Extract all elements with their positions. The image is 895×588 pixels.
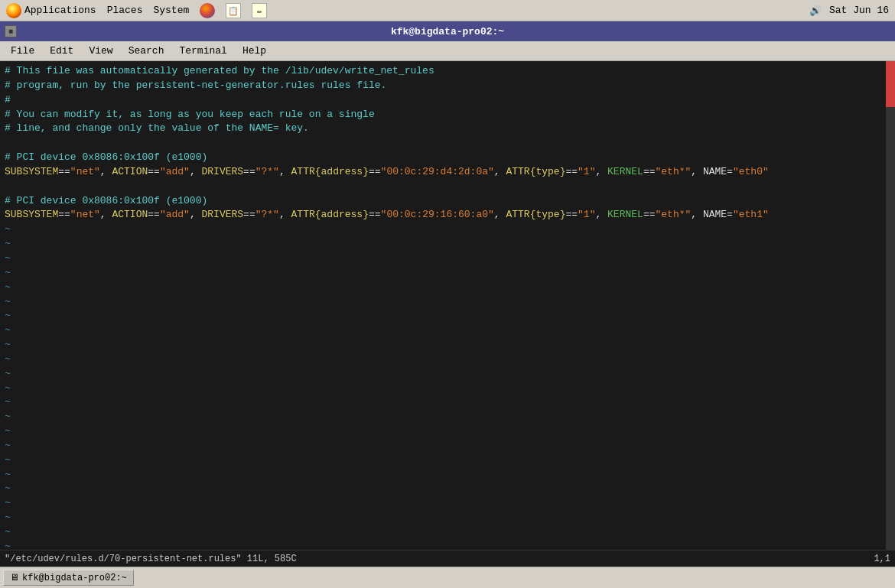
taskbar: 🖥 kfk@bigdata-pro02:~ <box>0 567 895 588</box>
code-comment: # program, run by the persistent-net-gen… <box>5 79 386 93</box>
editor-line: # This file was automatically generated … <box>5 64 890 79</box>
editor-line: SUBSYSTEM=="net", ACTION=="add", DRIVERS… <box>5 208 890 223</box>
editor-line: # <box>5 93 890 108</box>
menu-bar: File Edit View Search Terminal Help <box>0 41 895 61</box>
volume-icon[interactable]: 🔊 <box>808 3 823 18</box>
tilde-line: ~ <box>5 468 890 482</box>
editor-line: # You can modify it, as long as you keep… <box>5 108 890 122</box>
tilde-line: ~ <box>5 453 890 468</box>
code-comment: # line, and change only the value of the… <box>5 122 309 136</box>
note-icon: 📋 <box>226 3 241 18</box>
code-comment: # PCI device 0x8086:0x100f (e1000) <box>5 194 207 209</box>
system-menu[interactable]: System <box>153 5 189 16</box>
places-menu[interactable]: Places <box>107 5 143 16</box>
editor-launcher[interactable]: ✏️ <box>252 3 267 18</box>
places-label: Places <box>107 5 143 16</box>
menu-edit[interactable]: Edit <box>42 44 81 58</box>
code-keyword: SUBSYSTEM <box>5 165 58 180</box>
tilde-line: ~ <box>5 266 890 281</box>
title-bar: ■ kfk@bigdata-pro02:~ <box>0 21 895 41</box>
tilde-line: ~ <box>5 237 890 252</box>
menu-search[interactable]: Search <box>121 44 172 58</box>
editor-line: # program, run by the persistent-net-gen… <box>5 79 890 93</box>
tilde-line: ~ <box>5 352 890 367</box>
editor-filename: "/etc/udev/rules.d/70-persistent-net.rul… <box>5 554 242 564</box>
editor-line: # PCI device 0x8086:0x100f (e1000) <box>5 151 890 165</box>
code-comment: # This file was automatically generated … <box>5 64 434 79</box>
file-info: "/etc/udev/rules.d/70-persistent-net.rul… <box>5 554 297 564</box>
code-keyword: SUBSYSTEM <box>5 208 58 223</box>
tilde-line: ~ <box>5 367 890 382</box>
tilde-line: ~ <box>5 323 890 338</box>
scrollbar-thumb[interactable] <box>886 61 895 107</box>
window-title: kfk@bigdata-pro02:~ <box>391 26 504 37</box>
close-button[interactable]: ■ <box>5 25 17 37</box>
menu-terminal[interactable]: Terminal <box>171 44 234 58</box>
tilde-line: ~ <box>5 496 890 511</box>
applications-label: Applications <box>24 5 96 16</box>
tilde-line: ~ <box>5 252 890 266</box>
system-bar: Applications Places System 📋 ✏️ 🔊 Sat Ju… <box>0 0 895 21</box>
editor-icon: ✏️ <box>252 3 267 18</box>
editor-linecount-val: 11L, 585C <box>247 554 297 564</box>
tilde-line: ~ <box>5 338 890 352</box>
menu-file[interactable]: File <box>3 44 42 58</box>
tilde-line: ~ <box>5 482 890 496</box>
editor-line <box>5 136 890 151</box>
applications-menu[interactable]: Applications <box>6 3 96 18</box>
tilde-line: ~ <box>5 540 890 550</box>
system-bar-left: Applications Places System 📋 ✏️ <box>6 3 267 18</box>
gnome-icon <box>6 3 21 18</box>
editor-line <box>5 180 890 194</box>
menu-help[interactable]: Help <box>235 44 274 58</box>
menu-view[interactable]: View <box>81 44 120 58</box>
firefox-launcher[interactable] <box>200 3 215 18</box>
tilde-line: ~ <box>5 424 890 439</box>
firefox-icon <box>200 3 215 18</box>
code-comment: # You can modify it, as long as you keep… <box>5 108 375 122</box>
taskbar-terminal-button[interactable]: 🖥 kfk@bigdata-pro02:~ <box>3 570 134 586</box>
code-comment: # <box>5 93 11 108</box>
tilde-line: ~ <box>5 295 890 310</box>
note-launcher[interactable]: 📋 <box>226 3 241 18</box>
system-datetime: Sat Jun 16 <box>829 5 889 16</box>
status-bar: "/etc/udev/rules.d/70-persistent-net.rul… <box>0 550 895 567</box>
editor-line: # line, and change only the value of the… <box>5 122 890 136</box>
scrollbar[interactable] <box>886 61 895 550</box>
tilde-line: ~ <box>5 439 890 453</box>
tilde-line: ~ <box>5 395 890 410</box>
taskbar-terminal-icon: 🖥 <box>10 572 19 583</box>
system-label: System <box>153 5 189 16</box>
code-comment: # PCI device 0x8086:0x100f (e1000) <box>5 151 207 165</box>
taskbar-terminal-label: kfk@bigdata-pro02:~ <box>22 573 127 583</box>
editor-line: # PCI device 0x8086:0x100f (e1000) <box>5 194 890 209</box>
tilde-line: ~ <box>5 382 890 396</box>
editor-line: SUBSYSTEM=="net", ACTION=="add", DRIVERS… <box>5 165 890 180</box>
tilde-line: ~ <box>5 525 890 540</box>
system-bar-right: 🔊 Sat Jun 16 <box>808 3 889 18</box>
editor-content[interactable]: # This file was automatically generated … <box>0 61 895 550</box>
tilde-line: ~ <box>5 309 890 323</box>
tilde-line: ~ <box>5 223 890 237</box>
tilde-line: ~ <box>5 410 890 424</box>
tilde-line: ~ <box>5 511 890 525</box>
editor-area: # This file was automatically generated … <box>0 61 895 567</box>
cursor-position: 1,1 <box>874 554 890 564</box>
tilde-line: ~ <box>5 281 890 295</box>
